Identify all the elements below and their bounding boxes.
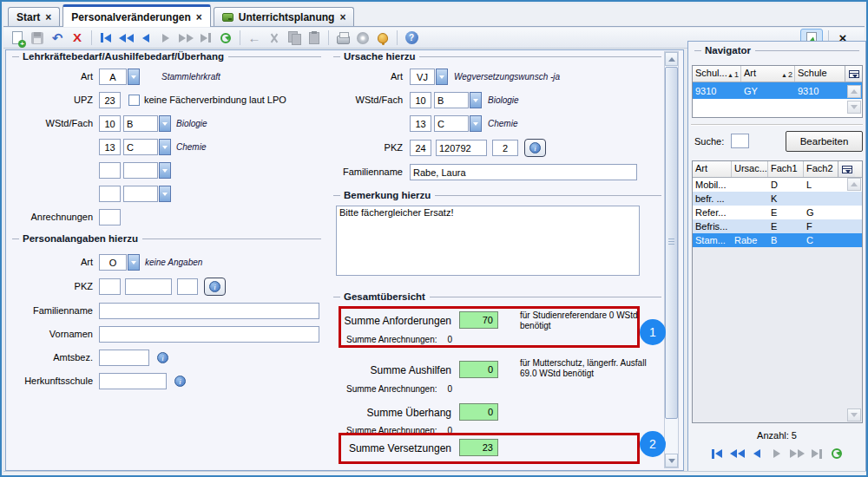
fach-input[interactable] (123, 115, 158, 132)
dropdown-button[interactable] (128, 254, 140, 271)
last-record-icon[interactable] (197, 30, 214, 46)
familienname-input[interactable] (99, 303, 319, 319)
first-record-icon[interactable] (97, 30, 115, 46)
main-scrollbar[interactable] (664, 51, 679, 468)
tab-unterrichtsplanung[interactable]: Unterrichtsplanung × (214, 7, 355, 26)
dropdown-button[interactable] (128, 69, 140, 85)
refresh-icon[interactable] (828, 446, 845, 461)
art-input[interactable] (99, 254, 127, 271)
column-header-schule1[interactable]: Schul...▲1 (693, 66, 741, 82)
anrechnungen-input[interactable] (99, 209, 121, 225)
table-row[interactable]: Mobil...DL (693, 178, 862, 192)
tab-personalveraenderungen[interactable]: Personalveränderungen × (62, 4, 210, 27)
forward-icon[interactable] (157, 30, 174, 46)
disc-icon[interactable] (354, 29, 372, 47)
fach-input[interactable] (123, 186, 158, 202)
mini-scroll-down-button[interactable] (847, 408, 861, 421)
suche-input[interactable] (731, 134, 749, 148)
pkz-info-button[interactable]: i (524, 139, 546, 157)
wstd-input[interactable] (99, 162, 121, 179)
pkz-input-1[interactable] (99, 278, 121, 295)
fast-forward-icon[interactable] (788, 446, 806, 461)
fach-input[interactable] (123, 162, 158, 179)
dropdown-button[interactable] (159, 139, 171, 155)
dropdown-button[interactable] (159, 186, 171, 202)
fach-input[interactable] (434, 115, 469, 132)
back-icon[interactable] (137, 30, 155, 46)
table-row-selected[interactable]: Stam...RabeBC (693, 233, 862, 247)
forward-icon[interactable] (768, 446, 786, 461)
mini-scroll-up-button[interactable] (847, 178, 861, 191)
lpo-checkbox[interactable] (128, 95, 140, 106)
table-row[interactable]: Befris...EF (693, 219, 862, 233)
pkz-info-button[interactable]: i (204, 278, 226, 296)
wstd-input[interactable] (99, 186, 121, 202)
column-chooser-button[interactable] (838, 161, 855, 177)
dropdown-button[interactable] (436, 69, 448, 85)
pkz-input-2[interactable] (436, 140, 487, 156)
upz-input[interactable] (99, 92, 121, 108)
info-icon[interactable]: i (174, 376, 186, 387)
pkz-input-2[interactable] (125, 278, 172, 295)
cut-icon[interactable] (266, 29, 283, 47)
mini-scroll-up-button[interactable] (847, 85, 861, 98)
herkunftsschule-input[interactable] (99, 373, 167, 389)
mini-scroll-down-button[interactable] (847, 101, 861, 114)
back-arrow-icon[interactable]: ← (246, 29, 263, 47)
new-record-icon[interactable]: + (9, 29, 26, 47)
dropdown-button[interactable] (159, 162, 171, 179)
scroll-up-button[interactable] (665, 52, 678, 66)
column-chooser-button[interactable] (845, 66, 862, 82)
wstd-input[interactable] (410, 92, 431, 108)
tab-close-icon[interactable]: × (196, 11, 202, 23)
back-icon[interactable] (748, 446, 766, 461)
copy-icon[interactable] (286, 29, 303, 47)
ursache-art-input[interactable] (410, 69, 435, 85)
wstd-input[interactable] (99, 139, 121, 155)
column-header-fach1[interactable]: Fach1 (768, 161, 804, 177)
table-row[interactable]: Refer...EG (693, 206, 862, 219)
tab-start[interactable]: Start × (8, 7, 60, 26)
refresh-icon[interactable] (217, 29, 234, 47)
ursache-familienname-input[interactable] (410, 164, 637, 180)
column-header-schule2[interactable]: Schule (795, 66, 845, 82)
paste-icon[interactable] (306, 29, 323, 47)
column-header-art[interactable]: Art (693, 161, 732, 177)
save-icon[interactable] (29, 29, 46, 47)
bell-icon[interactable] (374, 29, 391, 47)
delete-icon[interactable]: X (68, 29, 88, 47)
navigator-row-selected[interactable]: 9310 GY 9310 (693, 82, 862, 99)
wstd-input[interactable] (410, 115, 431, 132)
column-header-fach2[interactable]: Fach2 (804, 161, 838, 177)
art-input[interactable] (99, 69, 127, 85)
wstd-input[interactable] (99, 115, 121, 132)
column-header-ursache[interactable]: Ursac... (732, 161, 768, 177)
bearbeiten-button[interactable]: Bearbeiten (786, 131, 863, 152)
table-row[interactable]: befr. ...K (693, 192, 862, 206)
scroll-down-button[interactable] (665, 454, 678, 467)
fach-input[interactable] (434, 92, 469, 108)
amtsbez-input[interactable] (99, 350, 149, 366)
dropdown-button[interactable] (470, 115, 482, 132)
last-record-icon[interactable] (808, 446, 825, 461)
first-record-icon[interactable] (708, 446, 726, 461)
pkz-input-3[interactable] (177, 278, 198, 295)
tab-close-icon[interactable]: × (339, 11, 345, 23)
fast-forward-icon[interactable] (177, 30, 194, 46)
scrollbar-thumb[interactable] (665, 67, 678, 419)
fast-back-icon[interactable] (117, 30, 135, 46)
help-icon[interactable]: ? (403, 29, 420, 47)
undo-icon[interactable]: ↶ (49, 29, 66, 47)
info-icon[interactable]: i (157, 352, 168, 363)
pkz-input-1[interactable] (410, 140, 431, 156)
tab-close-icon[interactable]: × (45, 11, 51, 23)
fach-input[interactable] (123, 139, 158, 155)
fast-back-icon[interactable] (728, 446, 746, 461)
vornamen-input[interactable] (99, 326, 319, 343)
pkz-input-3[interactable] (492, 140, 518, 156)
print-icon[interactable] (334, 29, 352, 47)
column-header-art[interactable]: Art▲2 (741, 66, 795, 82)
dropdown-button[interactable] (159, 115, 171, 132)
bemerkung-textarea[interactable]: Bitte fächergleicher Ersatz! (336, 206, 640, 276)
dropdown-button[interactable] (470, 92, 482, 108)
